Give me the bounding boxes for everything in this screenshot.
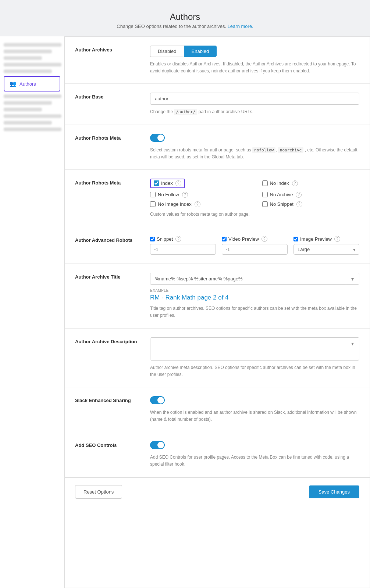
- no-snippet-help-icon[interactable]: ?: [296, 201, 302, 207]
- archive-description-textarea[interactable]: [150, 338, 346, 360]
- archives-enabled-btn[interactable]: Enabled: [184, 46, 217, 57]
- no-follow-help-icon[interactable]: ?: [182, 192, 188, 198]
- image-preview-label: Image Preview ?: [293, 236, 359, 242]
- video-preview-help-icon[interactable]: ?: [262, 236, 267, 242]
- snippet-value-input[interactable]: [150, 244, 216, 255]
- description-dropdown-btn[interactable]: ▾: [346, 338, 359, 347]
- author-archive-description-section: Author Archive Description ▾ Author arch…: [65, 329, 370, 387]
- index-checkbox-wrapper: Index ?: [150, 179, 185, 188]
- author-base-help: Change the /author/ part in author archi…: [150, 108, 359, 115]
- video-preview-value-input[interactable]: [222, 244, 288, 255]
- example-title: RM - Rank Math page 2 of 4: [150, 294, 359, 301]
- sidebar-blur-10: [4, 121, 52, 125]
- reset-options-button[interactable]: Reset Options: [75, 485, 122, 499]
- no-image-index-help-icon[interactable]: ?: [195, 201, 200, 207]
- slack-enhanced-sharing-section: Slack Enhanced Sharing When the option i…: [65, 387, 370, 432]
- sidebar-blur-8: [4, 108, 42, 111]
- slack-enhanced-sharing-toggle[interactable]: [150, 396, 165, 404]
- adv-video-preview-col: Video Preview ?: [222, 236, 288, 255]
- robots-meta-grid: Index ? No Index ?: [150, 179, 359, 207]
- author-archives-toggle-group: Disabled Enabled: [150, 46, 359, 57]
- no-follow-label: No Follow: [158, 192, 179, 197]
- sidebar-blur-9: [4, 114, 61, 118]
- author-robots-toggle-label: Author Robots Meta: [75, 134, 141, 161]
- add-seo-controls-section: Add SEO Controls Add SEO Controls for us…: [65, 432, 370, 477]
- image-preview-select[interactable]: Large None Standard: [293, 244, 359, 255]
- index-help-icon[interactable]: ?: [175, 180, 181, 186]
- page-header: Authors Change SEO options related to th…: [0, 0, 370, 36]
- no-image-index-label: No Image Index: [158, 201, 192, 207]
- adv-robots-row: Snippet ? Video Preview ?: [150, 236, 359, 255]
- archive-description-help: Author archive meta description. SEO opt…: [150, 364, 359, 378]
- title-dropdown-btn[interactable]: ▾: [346, 273, 359, 284]
- author-archive-title-content: ▾ EXAMPLE RM - Rank Math page 2 of 4 Tit…: [150, 273, 359, 319]
- author-base-label: Author Base: [75, 93, 141, 115]
- no-archive-checkbox[interactable]: [262, 192, 268, 197]
- add-seo-controls-toggle[interactable]: [150, 441, 165, 449]
- sidebar-blur-4: [4, 63, 61, 67]
- noarchive-code: noarchive: [278, 147, 304, 153]
- no-archive-label: No Archive: [270, 192, 293, 197]
- nofollow-code: nofollow: [252, 147, 275, 153]
- sidebar-blur-1: [4, 43, 61, 47]
- robots-meta-help: Custom values for robots meta tag on aut…: [150, 211, 359, 218]
- video-preview-checkbox[interactable]: [222, 237, 227, 241]
- snippet-help-icon[interactable]: ?: [175, 236, 181, 242]
- add-seo-controls-label: Add SEO Controls: [75, 441, 141, 468]
- author-archive-description-content: ▾ Author archive meta description. SEO o…: [150, 337, 359, 378]
- no-index-help-icon[interactable]: ?: [292, 180, 298, 186]
- author-archives-content: Disabled Enabled Enables or disables Aut…: [150, 46, 359, 75]
- sidebar-blur-7: [4, 101, 52, 105]
- author-archive-description-label: Author Archive Description: [75, 337, 141, 378]
- author-base-section: Author Base Change the /author/ part in …: [65, 84, 370, 125]
- title-input-row: ▾: [150, 273, 359, 285]
- seo-controls-help: Add SEO Controls for user profile pages.…: [150, 454, 359, 468]
- author-advanced-robots-content: Snippet ? Video Preview ?: [150, 236, 359, 255]
- index-checkbox[interactable]: [154, 180, 159, 186]
- author-archive-title-label: Author Archive Title: [75, 273, 141, 319]
- no-index-checkbox-item: No Index ?: [262, 179, 360, 188]
- archive-title-help: Title tag on author archives. SEO option…: [150, 305, 359, 319]
- no-snippet-checkbox-item: No Snippet ?: [262, 201, 360, 207]
- archive-title-input[interactable]: [150, 273, 346, 284]
- archives-disabled-btn[interactable]: Disabled: [150, 46, 184, 57]
- sidebar-blur-6: [4, 94, 61, 98]
- image-preview-checkbox[interactable]: [293, 237, 298, 241]
- slack-enhanced-sharing-label: Slack Enhanced Sharing: [75, 396, 141, 423]
- index-checkbox-item: Index ?: [150, 179, 248, 188]
- image-preview-help-icon[interactable]: ?: [334, 236, 340, 242]
- no-follow-checkbox[interactable]: [150, 192, 156, 197]
- author-robots-track: [150, 134, 165, 142]
- author-advanced-robots-section: Author Advanced Robots Snippet ?: [65, 227, 370, 264]
- snippet-checkbox[interactable]: [150, 237, 155, 241]
- index-label: Index: [161, 180, 173, 186]
- author-robots-toggle-help: Select custom robots meta for author pag…: [150, 147, 359, 161]
- no-image-index-checkbox[interactable]: [150, 201, 156, 207]
- no-index-label: No Index: [270, 180, 289, 186]
- content-area: Author Archives Disabled Enabled Enables…: [64, 36, 370, 588]
- author-robots-toggle-content: Select custom robots meta for author pag…: [150, 134, 359, 161]
- no-archive-checkbox-item: No Archive ?: [262, 192, 360, 198]
- no-index-checkbox[interactable]: [262, 180, 268, 186]
- adv-snippet-col: Snippet ?: [150, 236, 216, 255]
- video-preview-label: Video Preview ?: [222, 236, 288, 242]
- author-robots-meta-toggle[interactable]: [150, 134, 165, 142]
- author-advanced-robots-label: Author Advanced Robots: [75, 236, 141, 255]
- sidebar-item-authors[interactable]: 👥 Authors: [4, 76, 60, 92]
- snippet-label: Snippet ?: [150, 236, 216, 242]
- author-base-input[interactable]: [150, 93, 359, 105]
- slack-enhanced-sharing-content: When the option is enabled and an author…: [150, 396, 359, 423]
- author-archives-section: Author Archives Disabled Enabled Enables…: [65, 37, 370, 84]
- no-archive-help-icon[interactable]: ?: [296, 192, 302, 198]
- author-robots-toggle-section: Author Robots Meta Select custom robots …: [65, 125, 370, 170]
- sidebar-blur-2: [4, 50, 52, 53]
- no-snippet-checkbox[interactable]: [262, 201, 268, 207]
- learn-more-link[interactable]: Learn more.: [228, 24, 253, 29]
- sidebar-blur-11: [4, 128, 61, 131]
- author-robots-meta-content: Index ? No Index ?: [150, 179, 359, 218]
- image-preview-select-wrapper: Large None Standard: [293, 244, 359, 255]
- sidebar-blur-3: [4, 56, 42, 60]
- desc-input-row: ▾: [150, 337, 359, 361]
- sidebar-blur-5: [4, 69, 52, 73]
- save-changes-button[interactable]: Save Changes: [309, 485, 359, 498]
